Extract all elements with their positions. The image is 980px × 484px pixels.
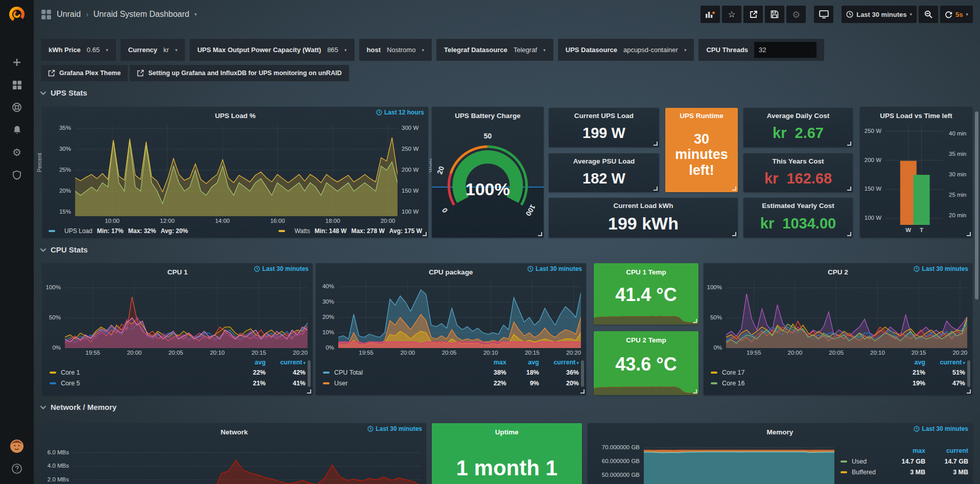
bar-chart[interactable] [885, 124, 943, 225]
legend-scrollbar[interactable] [967, 360, 970, 387]
series-label[interactable]: CPU Total [334, 369, 363, 376]
panel-title[interactable]: This Years Cost [743, 154, 853, 168]
panel-title[interactable]: Uptime [432, 425, 582, 439]
legend-col-max[interactable]: max [473, 359, 506, 366]
legend-swatch[interactable] [49, 230, 55, 232]
section-ups-stats[interactable]: UPS Stats [40, 88, 87, 97]
breadcrumb-folder[interactable]: Unraid [57, 10, 81, 19]
panel-title[interactable]: UPS Runtime [665, 109, 738, 122]
panel-title[interactable]: CPU 2 Last 30 minutes [704, 265, 972, 279]
panel-title[interactable]: CPU package Last 30 minutes [316, 265, 586, 279]
grafana-logo[interactable] [0, 0, 34, 29]
panel-time-override[interactable]: Last 30 minutes [914, 265, 968, 272]
panel-title[interactable]: Estimated Yearly Cost [743, 199, 853, 212]
cpu2-chart[interactable] [726, 281, 967, 348]
add-panel-button[interactable] [701, 6, 720, 23]
panel-title[interactable]: Current UPS Load [549, 109, 659, 122]
legend-swatch[interactable] [278, 230, 285, 232]
legend-col-avg[interactable]: avg [893, 359, 925, 366]
legend-swatch[interactable] [323, 382, 330, 384]
time-range-picker[interactable]: Last 30 minutes ▾ [842, 6, 917, 23]
panel-title[interactable]: Average PSU Load [549, 154, 659, 168]
legend-col-avg[interactable]: avg [506, 359, 539, 366]
variable-currency[interactable]: Currencykr▾ [121, 39, 185, 61]
tv-mode-button[interactable] [814, 6, 833, 23]
variable-telegraf-datasource[interactable]: Telegraf DatasourceTelegraf▾ [436, 39, 553, 61]
help-icon[interactable] [0, 457, 34, 480]
legend-series-ups-load[interactable]: UPS Load Min: 17% Max: 32% Avg: 20% [49, 227, 188, 235]
variable-ups-datasource[interactable]: UPS Datasourceapcupsd-container▾ [558, 39, 694, 61]
panel-title[interactable]: Average Daily Cost [743, 109, 853, 122]
series-label[interactable]: Core 16 [722, 380, 744, 387]
section-cpu-stats[interactable]: CPU Stats [40, 245, 88, 254]
settings-gear-button[interactable]: ⚙ [786, 6, 806, 23]
link-ups-monitoring-guide[interactable]: Setting up Grafana and InfluxDB for UPS … [130, 65, 348, 81]
cpu1-chart[interactable] [65, 281, 308, 348]
series-label[interactable]: Core 1 [61, 369, 80, 376]
battery-gauge[interactable]: 02050100 100% [432, 122, 544, 238]
panel-time-override[interactable]: Last 30 minutes [254, 265, 309, 272]
legend-series-watts[interactable]: Watts Min: 148 W Max: 278 W Avg: 175 W [278, 227, 422, 235]
panel-title[interactable]: Memory Last 30 minutes [588, 425, 972, 439]
add-icon[interactable] [0, 51, 34, 74]
page-scrollbar[interactable] [975, 111, 978, 299]
legend-swatch[interactable] [323, 372, 330, 374]
cpu-package-chart[interactable] [338, 281, 581, 348]
panel-time-override[interactable]: Last 30 minutes [527, 265, 582, 272]
breadcrumb-dashboard-title[interactable]: Unraid System Dashboard [94, 10, 190, 19]
link-grafana-plex-theme[interactable]: Grafana Plex Theme [41, 65, 128, 81]
legend-swatch[interactable] [711, 382, 717, 384]
panel-title[interactable]: CPU 2 Temp [594, 333, 698, 347]
panel-title[interactable]: CPU 1 Last 30 minutes [42, 265, 313, 279]
network-chart[interactable] [73, 441, 421, 484]
legend-scrollbar[interactable] [308, 360, 311, 387]
legend-col-current[interactable]: current [925, 359, 965, 366]
legend-swatch[interactable] [841, 460, 847, 463]
legend-swatch[interactable] [841, 471, 847, 473]
legend-swatch[interactable] [50, 372, 56, 374]
explore-icon[interactable] [0, 96, 34, 119]
ups-load-chart[interactable] [75, 124, 398, 216]
dashboard-caret-icon[interactable]: ▾ [194, 12, 197, 17]
legend-col-max[interactable]: max [886, 447, 925, 454]
panel-title[interactable]: UPS Load % Last 12 hours [42, 109, 428, 122]
server-admin-shield-icon[interactable] [0, 164, 34, 186]
alerting-bell-icon[interactable] [0, 119, 34, 141]
series-label[interactable]: Core 5 [61, 380, 80, 387]
variable-ups-max-capacity[interactable]: UPS Max Output Power Capacity (Watt)865▾ [190, 39, 354, 61]
section-network-memory[interactable]: Network / Memory [40, 403, 116, 411]
star-button[interactable]: ☆ [722, 6, 741, 23]
series-label[interactable]: Used [852, 458, 867, 465]
panel-time-override[interactable]: Last 30 minutes [367, 425, 422, 432]
dashboards-icon[interactable] [0, 74, 34, 96]
user-avatar[interactable] [0, 435, 34, 457]
apps-grid-icon[interactable] [41, 9, 52, 20]
panel-title[interactable]: Current Load kWh [549, 199, 738, 212]
memory-chart[interactable] [644, 441, 834, 484]
refresh-picker[interactable]: 5s ▾ [940, 6, 973, 23]
legend-scrollbar[interactable] [581, 360, 584, 387]
panel-title[interactable]: UPS Load vs Time left [860, 109, 972, 122]
cpu-threads-input[interactable] [754, 42, 816, 58]
series-label[interactable]: Core 17 [722, 369, 744, 376]
zoom-out-button[interactable] [919, 6, 938, 23]
panel-title[interactable]: CPU 1 Temp [594, 265, 698, 279]
configuration-gear-icon[interactable]: ⚙ [0, 141, 34, 164]
series-label[interactable]: Buffered [852, 469, 876, 476]
share-button[interactable] [743, 6, 763, 23]
variable-kwh-price[interactable]: kWh Price0.65▾ [41, 39, 116, 61]
legend-swatch[interactable] [50, 382, 56, 384]
legend-col-current[interactable]: current [925, 447, 968, 454]
legend-swatch[interactable] [711, 372, 717, 374]
y-axis-ticks: 6.0 MBs4.0 MBs2.0 MBs [42, 441, 73, 484]
panel-title[interactable]: Network Last 30 minutes [42, 425, 426, 439]
save-button[interactable] [765, 6, 784, 23]
panel-time-override[interactable]: Last 30 minutes [914, 425, 968, 432]
panel-title[interactable]: UPS Battery Charge [432, 109, 544, 122]
variable-host[interactable]: hostNostromo▾ [359, 39, 432, 61]
panel-time-override[interactable]: Last 12 hours [376, 109, 424, 116]
series-label[interactable]: User [334, 380, 347, 387]
legend-col-current[interactable]: current [266, 359, 306, 366]
legend-col-avg[interactable]: avg [233, 359, 266, 366]
legend-col-current[interactable]: current [539, 359, 579, 366]
